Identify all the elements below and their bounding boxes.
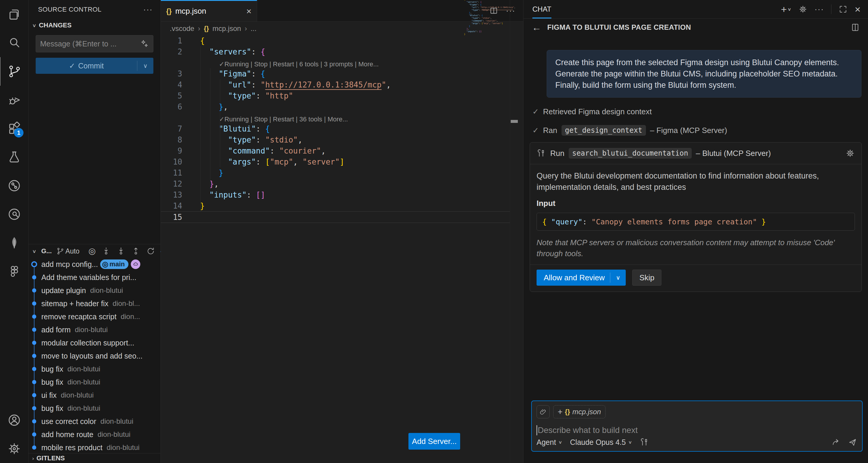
code-line[interactable]: 3 "Figma": { bbox=[161, 68, 510, 79]
chat-input-box[interactable]: + {} mcp.json Describe what to build nex… bbox=[531, 401, 863, 452]
search-icon[interactable] bbox=[0, 29, 28, 57]
chat-settings-gear-icon[interactable] bbox=[799, 5, 807, 14]
tab-chat[interactable]: CHAT bbox=[532, 0, 551, 19]
account-icon[interactable] bbox=[0, 406, 28, 434]
commit-row[interactable]: remove recaptca scriptdion... bbox=[29, 310, 160, 323]
commit-message: use correct color bbox=[41, 417, 96, 426]
commit-row[interactable]: sitemap + header fixdion-bl... bbox=[29, 297, 160, 310]
chat-more-icon[interactable]: ··· bbox=[814, 5, 824, 14]
pull-icon[interactable] bbox=[117, 247, 125, 256]
code-line[interactable]: 5 "type": "http" bbox=[161, 90, 510, 101]
codelens[interactable]: ✓Running | Stop | Restart | 6 tools | 3 … bbox=[161, 57, 523, 68]
commit-row[interactable]: ui fixdion-blutui bbox=[29, 388, 160, 402]
back-icon[interactable]: ← bbox=[532, 22, 541, 33]
commit-message: remove recaptca script bbox=[41, 313, 117, 321]
commit-row[interactable]: modular collection support... bbox=[29, 336, 160, 349]
status-item[interactable]: ✓ Retrieved Figma design context bbox=[532, 107, 861, 116]
commit-row[interactable]: update plugindion-blutui bbox=[29, 284, 160, 297]
code-line[interactable]: 15 bbox=[161, 211, 510, 223]
overview-ruler[interactable] bbox=[510, 0, 519, 463]
graph-auto-selector[interactable]: Auto bbox=[57, 247, 80, 255]
forward-arrow-icon[interactable] bbox=[831, 437, 841, 447]
source-control-icon[interactable] bbox=[0, 57, 29, 86]
breadcrumb-folder[interactable]: .vscode bbox=[170, 24, 194, 33]
branch-badge[interactable]: ◎main bbox=[100, 259, 128, 269]
settings-gear-icon[interactable] bbox=[0, 434, 28, 463]
gitlens-graph-icon[interactable] bbox=[0, 171, 28, 200]
changes-section-header[interactable]: ∨ CHANGES bbox=[29, 19, 160, 32]
refresh-icon[interactable] bbox=[146, 247, 155, 256]
code-line[interactable]: 4 "url": "http://127.0.0.1:3845/mcp", bbox=[161, 79, 510, 90]
gitlens-search-icon[interactable] bbox=[0, 200, 28, 229]
code-line[interactable]: 11 } bbox=[161, 167, 510, 178]
configure-tools-icon[interactable] bbox=[640, 437, 649, 447]
close-panel-icon[interactable]: × bbox=[855, 4, 861, 15]
chevron-down-icon: ∨ bbox=[558, 439, 562, 445]
commit-row[interactable]: mobile res productdion-blutui bbox=[29, 441, 160, 454]
code-line[interactable]: 8 "type": "stdio", bbox=[161, 134, 510, 145]
add-server-button[interactable]: Add Server... bbox=[408, 433, 460, 450]
code-line[interactable]: 10 "args": ["mcp", "server"] bbox=[161, 156, 510, 167]
open-in-editor-icon[interactable] bbox=[850, 23, 860, 32]
commit-button[interactable]: ✓ Commit ∨ bbox=[36, 58, 153, 74]
breadcrumb-symbol[interactable]: ... bbox=[251, 24, 256, 33]
tab-mcp-json[interactable]: {} mcp.json × bbox=[161, 0, 257, 22]
explorer-icon[interactable] bbox=[0, 0, 28, 29]
push-icon[interactable] bbox=[131, 247, 140, 256]
agent-mode-dropdown[interactable]: Agent ∨ bbox=[536, 438, 562, 446]
fetch-icon[interactable] bbox=[102, 247, 111, 256]
commit-message-input[interactable]: Message (⌘Enter to ... bbox=[36, 35, 153, 52]
commit-message: add home route bbox=[41, 430, 93, 439]
code-line[interactable]: 9 "command": "courier", bbox=[161, 145, 510, 156]
tab-close-icon[interactable]: × bbox=[246, 6, 251, 17]
code-line[interactable]: 6 }, bbox=[161, 101, 510, 112]
commit-dot bbox=[32, 341, 36, 345]
minimap[interactable]: { "servers": { "Figma": { "url": "http:/… bbox=[464, 0, 497, 36]
context-attachment-chip[interactable]: + {} mcp.json bbox=[553, 405, 606, 418]
code-line[interactable]: 1{ bbox=[161, 35, 510, 46]
commit-row[interactable]: Add theme variables for pri... bbox=[29, 271, 160, 284]
commit-row[interactable]: move to layouts and add seo... bbox=[29, 349, 160, 363]
new-chat-button[interactable]: + ∨ bbox=[781, 4, 791, 15]
commit-row[interactable]: bug fixdion-blutui bbox=[29, 402, 160, 415]
commit-row[interactable]: use correct colordion-blutui bbox=[29, 415, 160, 428]
code-line[interactable]: 2 "servers": { bbox=[161, 46, 510, 57]
tool-input-code[interactable]: { "query": "Canopy elements forms page c… bbox=[536, 213, 855, 231]
commit-row[interactable]: add mcp config...◎main bbox=[29, 258, 160, 271]
mongodb-icon[interactable] bbox=[0, 229, 28, 257]
target-icon[interactable]: ◎ bbox=[88, 247, 95, 255]
breadcrumb-file[interactable]: mcp.json bbox=[213, 24, 241, 33]
testing-icon[interactable] bbox=[0, 143, 28, 171]
graph-section-header[interactable]: ∨ G... Auto ◎ · bbox=[29, 244, 160, 258]
commit-row[interactable]: bug fixdion-blutui bbox=[29, 363, 160, 376]
status-item[interactable]: ✓ Ran get_design_context – Figma (MCP Se… bbox=[532, 125, 861, 136]
commit-row[interactable]: add formdion-blutui bbox=[29, 323, 160, 336]
model-dropdown[interactable]: Claude Opus 4.5 ∨ bbox=[570, 438, 632, 446]
line-number: 11 bbox=[161, 168, 182, 177]
code-line[interactable]: 14} bbox=[161, 200, 510, 211]
sidebar-more-icon[interactable]: ··· bbox=[143, 5, 153, 14]
extensions-icon[interactable]: 1 bbox=[0, 114, 28, 143]
commit-row[interactable]: bug fixdion-blutui bbox=[29, 376, 160, 388]
maximize-icon[interactable] bbox=[839, 5, 847, 14]
graph-auto-label: Auto bbox=[65, 247, 80, 255]
code-line[interactable]: 7 "Blutui": { bbox=[161, 123, 510, 134]
tool-gear-icon[interactable] bbox=[845, 148, 855, 158]
send-icon[interactable] bbox=[848, 437, 857, 447]
run-debug-icon[interactable] bbox=[0, 86, 28, 114]
code-line[interactable]: 13 "inputs": [] bbox=[161, 189, 510, 200]
commit-graph-list: add mcp config...◎mainAdd theme variable… bbox=[29, 258, 160, 454]
figma-icon[interactable] bbox=[0, 257, 28, 286]
gitlens-section-header[interactable]: › GITLENS bbox=[29, 453, 160, 463]
chat-prompt-input[interactable]: Describe what to build next bbox=[536, 423, 857, 437]
code-editor[interactable]: 1{2 "servers": {✓Running | Stop | Restar… bbox=[161, 35, 523, 463]
attach-button[interactable] bbox=[536, 405, 550, 418]
sparkle-icon[interactable] bbox=[140, 39, 149, 48]
skip-button[interactable]: Skip bbox=[632, 269, 661, 286]
commit-row[interactable]: add home routedion-blutui bbox=[29, 428, 160, 441]
code-line[interactable]: 12 }, bbox=[161, 178, 510, 189]
codelens[interactable]: ✓Running | Stop | Restart | 36 tools | M… bbox=[161, 112, 523, 123]
commit-dropdown-icon[interactable]: ∨ bbox=[137, 62, 153, 69]
allow-and-review-button[interactable]: Allow and Review ∨ bbox=[536, 269, 626, 286]
allow-dropdown-icon[interactable]: ∨ bbox=[610, 274, 626, 281]
